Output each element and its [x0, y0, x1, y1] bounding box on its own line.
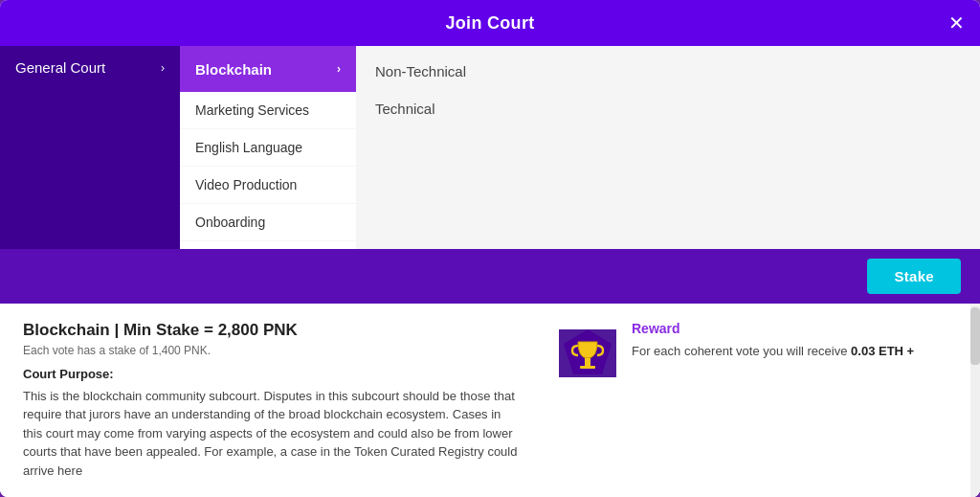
info-purpose-label: Court Purpose:	[23, 367, 521, 381]
general-court-arrow: ›	[161, 61, 165, 75]
modal-body: General Court › Blockchain › Marketing S…	[0, 46, 980, 249]
scrollbar-thumb	[970, 307, 980, 365]
subcourt-item-english[interactable]: English Language	[180, 129, 356, 167]
reward-text-before: For each coherent vote you will receive	[632, 344, 851, 358]
option-technical[interactable]: Technical	[375, 97, 961, 121]
option-non-technical[interactable]: Non-Technical	[375, 59, 961, 83]
info-right: Reward For each coherent vote you will r…	[559, 321, 914, 481]
info-scrollbar[interactable]	[970, 304, 980, 498]
stake-button[interactable]: Stake	[867, 259, 961, 294]
general-court-item[interactable]: General Court ›	[0, 46, 180, 249]
general-court-label: General Court	[15, 59, 155, 76]
modal-title: Join Court	[446, 13, 535, 34]
info-title: Blockchain | Min Stake = 2,800 PNK	[23, 321, 521, 340]
subcourt-item-onboarding[interactable]: Onboarding	[180, 204, 356, 241]
reward-block: Reward For each coherent vote you will r…	[632, 321, 914, 361]
options-column: Non-Technical Technical	[356, 46, 980, 249]
blockchain-column: Blockchain › Marketing Services English …	[180, 46, 356, 249]
info-panel: Blockchain | Min Stake = 2,800 PNK Each …	[0, 304, 980, 498]
svg-rect-3	[580, 366, 595, 369]
reward-text: For each coherent vote you will receive …	[632, 342, 914, 361]
subcourt-list: Marketing Services English Language Vide…	[180, 92, 356, 249]
blockchain-header[interactable]: Blockchain ›	[180, 46, 356, 92]
blockchain-label: Blockchain	[195, 61, 272, 78]
info-description: This is the blockchain community subcour…	[23, 387, 521, 481]
info-left: Blockchain | Min Stake = 2,800 PNK Each …	[23, 321, 521, 481]
info-subtitle: Each vote has a stake of 1,400 PNK.	[23, 344, 521, 357]
close-button[interactable]: ✕	[948, 13, 965, 33]
trophy-icon	[559, 325, 616, 382]
blockchain-arrow: ›	[337, 62, 341, 76]
subcourt-item-marketing[interactable]: Marketing Services	[180, 92, 356, 129]
reward-label: Reward	[632, 321, 914, 336]
modal-header: Join Court ✕	[0, 0, 980, 46]
reward-amount: 0.03 ETH +	[851, 344, 914, 358]
subcourt-item-curation[interactable]: Curation	[180, 241, 356, 249]
svg-rect-2	[585, 358, 590, 366]
action-bar: Stake	[0, 249, 980, 304]
subcourt-item-video[interactable]: Video Production	[180, 167, 356, 204]
